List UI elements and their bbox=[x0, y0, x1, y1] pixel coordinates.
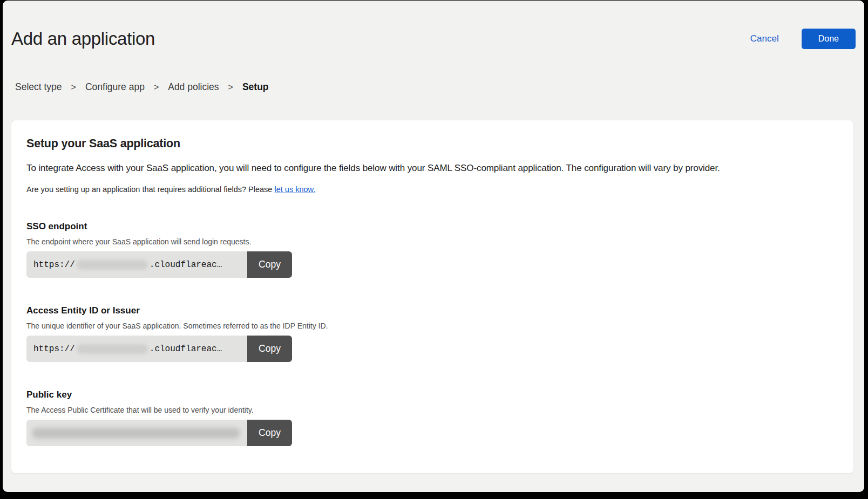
access-entity-id-description: The unique identifier of your SaaS appli… bbox=[26, 322, 838, 330]
public-key-label: Public key bbox=[26, 389, 838, 400]
breadcrumb-add-policies[interactable]: Add policies bbox=[168, 81, 219, 93]
sso-endpoint-label: SSO endpoint bbox=[26, 221, 838, 232]
card-heading: Setup your SaaS application bbox=[26, 137, 838, 151]
page-title: Add an application bbox=[11, 29, 155, 49]
sso-endpoint-description: The endpoint where your SaaS application… bbox=[26, 237, 838, 246]
let-us-know-link[interactable]: let us know. bbox=[274, 185, 315, 194]
redacted-blob bbox=[77, 260, 148, 270]
sso-endpoint-field: SSO endpoint The endpoint where your Saa… bbox=[26, 221, 838, 278]
access-entity-id-value-prefix: https:// bbox=[33, 344, 75, 354]
breadcrumb: Select type > Configure app > Add polici… bbox=[15, 81, 864, 93]
public-key-copy-group: Copy bbox=[26, 420, 292, 446]
breadcrumb-configure-app[interactable]: Configure app bbox=[85, 81, 145, 93]
access-entity-id-field: Access Entity ID or Issuer The unique id… bbox=[26, 305, 838, 362]
done-button[interactable]: Done bbox=[802, 29, 856, 49]
setup-card: Setup your SaaS application To integrate… bbox=[11, 120, 854, 474]
access-entity-id-value: https:// .cloudflareac… bbox=[26, 336, 247, 362]
card-intro-text: To integrate Access with your SaaS appli… bbox=[26, 163, 838, 174]
sso-endpoint-value-suffix: .cloudflareac… bbox=[150, 260, 222, 270]
sso-endpoint-value: https:// .cloudflareac… bbox=[26, 251, 247, 278]
sso-endpoint-copy-group: https:// .cloudflareac… Copy bbox=[26, 251, 292, 278]
breadcrumb-separator: > bbox=[71, 83, 76, 92]
breadcrumb-select-type[interactable]: Select type bbox=[15, 81, 62, 93]
access-entity-id-copy-group: https:// .cloudflareac… Copy bbox=[26, 336, 292, 362]
breadcrumb-separator: > bbox=[228, 83, 233, 92]
cancel-button[interactable]: Cancel bbox=[750, 33, 779, 44]
redacted-blob bbox=[32, 428, 240, 439]
public-key-value bbox=[26, 420, 247, 446]
sso-endpoint-value-prefix: https:// bbox=[33, 260, 75, 270]
access-entity-id-copy-button[interactable]: Copy bbox=[247, 336, 292, 362]
header-actions: Cancel Done bbox=[750, 29, 856, 49]
public-key-field: Public key The Access Public Certificate… bbox=[26, 389, 838, 446]
card-note-text: Are you setting up an application that r… bbox=[26, 185, 274, 194]
access-entity-id-value-suffix: .cloudflareac… bbox=[150, 344, 222, 354]
redacted-blob bbox=[77, 344, 148, 354]
sso-endpoint-copy-button[interactable]: Copy bbox=[247, 251, 292, 278]
page-header: Add an application Cancel Done bbox=[3, 1, 864, 49]
breadcrumb-setup-current: Setup bbox=[242, 81, 269, 93]
public-key-copy-button[interactable]: Copy bbox=[247, 420, 292, 446]
app-screen: Add an application Cancel Done Select ty… bbox=[3, 1, 864, 492]
card-note: Are you setting up an application that r… bbox=[26, 185, 838, 194]
access-entity-id-label: Access Entity ID or Issuer bbox=[26, 305, 838, 316]
breadcrumb-separator: > bbox=[154, 83, 159, 92]
public-key-description: The Access Public Certificate that will … bbox=[26, 406, 838, 414]
